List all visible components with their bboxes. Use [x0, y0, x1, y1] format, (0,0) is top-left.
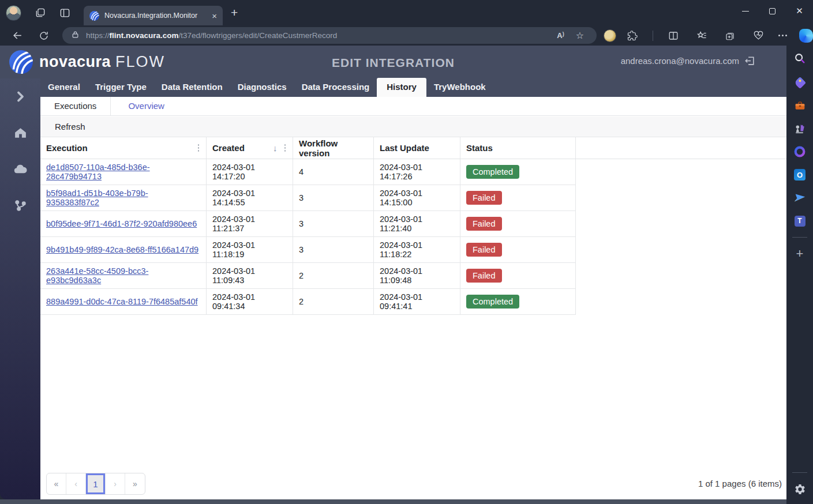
new-tab-icon[interactable]: +	[231, 6, 238, 20]
browser-toolbar: https://flint.novacura.com/t37ed/flowtri…	[0, 25, 813, 46]
first-page-button[interactable]: «	[47, 473, 66, 494]
table-row: b5f98ad1-d51b-403e-b79b-9358383f87c2 202…	[40, 185, 576, 211]
created-cell: 2024-03-01 09:41:34	[207, 289, 293, 314]
expand-chevron-icon[interactable]	[0, 78, 40, 115]
favorite-star-icon[interactable]: ☆	[576, 30, 584, 41]
microsoft365-icon[interactable]	[786, 140, 813, 163]
execution-link[interactable]: b0f95dee-9f71-46d1-87f2-920afd980ee6	[46, 219, 197, 228]
refresh-button[interactable]: Refresh	[55, 122, 85, 131]
split-screen-icon[interactable]	[665, 28, 681, 44]
browser-profile-avatar[interactable]	[6, 5, 21, 21]
back-icon[interactable]	[9, 28, 25, 44]
grid-toolbar: Refresh	[40, 116, 786, 137]
reload-icon[interactable]	[36, 28, 52, 44]
favorites-icon[interactable]	[694, 28, 710, 44]
window-bottom-edge	[0, 499, 786, 504]
window-controls: ✕	[732, 0, 813, 22]
novacura-favicon	[89, 11, 99, 21]
browser-tab[interactable]: Novacura.Integration.Monitor ×	[84, 6, 223, 25]
search-icon[interactable]	[786, 46, 813, 71]
sidebar-divider	[792, 237, 807, 238]
tab-diagnostics[interactable]: Diagnostics	[230, 78, 294, 97]
page-1-button[interactable]: 1	[86, 473, 106, 494]
outlook-icon[interactable]: O	[786, 163, 813, 186]
address-bar[interactable]: https://flint.novacura.com/t37ed/flowtri…	[62, 27, 597, 44]
extension-avatar[interactable]	[604, 29, 616, 42]
sort-desc-icon[interactable]: ↓	[273, 143, 278, 153]
minimize-button[interactable]	[732, 0, 759, 22]
home-icon[interactable]	[0, 115, 40, 151]
status-badge: Failed	[466, 191, 502, 205]
subtab-overview[interactable]: Overview	[118, 97, 175, 115]
tab-actions-icon[interactable]	[58, 6, 72, 20]
more-menu-icon[interactable]	[778, 35, 787, 36]
created-cell: 2024-03-01 14:17:20	[207, 159, 293, 185]
tab-data-processing[interactable]: Data Processing	[294, 78, 377, 97]
settings-gear-icon[interactable]	[786, 477, 813, 501]
workflow-version-cell: 3	[293, 211, 374, 236]
edge-sidebar: O T +	[786, 46, 813, 504]
browser-essentials-icon[interactable]	[750, 28, 766, 44]
subtab-executions[interactable]: Executions	[40, 97, 111, 115]
column-header-workflow-version[interactable]: Workflow version	[293, 137, 374, 159]
browser-titlebar: Novacura.Integration.Monitor × + ✕	[0, 0, 813, 25]
column-header-last-update[interactable]: Last Update	[374, 137, 460, 159]
execution-link[interactable]: 263a441e-58cc-4509-bcc3-e93bc9d63a3c	[46, 266, 200, 285]
status-badge: Completed	[466, 165, 519, 179]
last-update-cell: 2024-03-01 14:15:00	[374, 185, 460, 210]
workspaces-icon[interactable]	[33, 6, 47, 20]
app-header: novacuraFLOW EDIT INTEGRATION andreas.cr…	[0, 46, 786, 78]
column-menu-icon[interactable]	[197, 143, 201, 153]
tab-trywebhook[interactable]: TryWebhook	[426, 78, 493, 97]
last-update-cell: 2024-03-01 11:18:22	[374, 237, 460, 262]
user-email: andreas.crona@novacura.com	[621, 56, 739, 66]
column-header-execution[interactable]: Execution	[40, 137, 207, 159]
pager: « ‹ 1 › »	[46, 473, 145, 495]
pager-info: 1 of 1 pages (6 items)	[698, 472, 782, 495]
last-update-cell: 2024-03-01 09:41:41	[374, 289, 460, 314]
workflow-version-cell: 2	[293, 289, 374, 314]
app-left-sidebar	[0, 78, 40, 499]
shopping-icon[interactable]	[786, 71, 813, 94]
branch-icon[interactable]	[0, 187, 40, 224]
cloud-icon[interactable]	[0, 151, 40, 187]
last-page-button[interactable]: »	[125, 473, 145, 494]
last-update-cell: 2024-03-01 11:09:48	[374, 263, 460, 288]
execution-link[interactable]: b5f98ad1-d51b-403e-b79b-9358383f87c2	[46, 189, 200, 207]
maximize-button[interactable]	[759, 0, 786, 22]
customize-plus-icon[interactable]: +	[786, 242, 813, 265]
workflow-version-cell: 4	[293, 159, 374, 185]
teams-icon[interactable]: T	[786, 209, 813, 232]
column-header-status[interactable]: Status	[460, 137, 576, 159]
status-badge: Failed	[466, 269, 502, 283]
table-row: 889a4991-d0dc-47ca-8119-7f6485af540f 202…	[40, 289, 576, 315]
column-header-created[interactable]: Created ↓	[207, 137, 293, 159]
drop-icon[interactable]	[786, 186, 813, 209]
tab-trigger-type[interactable]: Trigger Type	[88, 78, 154, 97]
url-text[interactable]: https://flint.novacura.com/t37ed/flowtri…	[86, 31, 557, 40]
next-page-button[interactable]: ›	[106, 473, 125, 494]
browser-tab-title: Novacura.Integration.Monitor	[104, 12, 208, 20]
tab-data-retention[interactable]: Data Retention	[154, 78, 230, 97]
workflow-version-cell: 2	[293, 263, 374, 288]
table-row: b0f95dee-9f71-46d1-87f2-920afd980ee6 202…	[40, 211, 576, 237]
column-menu-icon[interactable]	[283, 143, 287, 153]
status-badge: Failed	[466, 217, 502, 231]
tab-general[interactable]: General	[40, 78, 88, 97]
toolbox-icon[interactable]	[786, 94, 813, 117]
extensions-puzzle-icon[interactable]	[624, 28, 640, 44]
read-aloud-icon[interactable]: A)	[557, 31, 564, 40]
execution-link[interactable]: 889a4991-d0dc-47ca-8119-7f6485af540f	[46, 297, 198, 306]
execution-link[interactable]: 9b491b49-9f89-42ca-8e68-ff5166a147d9	[46, 245, 198, 254]
collections-icon[interactable]	[722, 28, 738, 44]
tab-history[interactable]: History	[377, 78, 426, 97]
lock-icon[interactable]	[72, 31, 79, 41]
execution-link[interactable]: de1d8507-110a-485d-b36e-28c479b94713	[46, 163, 200, 181]
copilot-icon[interactable]	[799, 29, 813, 43]
logout-icon[interactable]	[744, 55, 755, 66]
status-badge: Completed	[466, 295, 519, 309]
prev-page-button[interactable]: ‹	[66, 473, 86, 494]
games-icon[interactable]	[786, 117, 813, 140]
close-button[interactable]: ✕	[786, 0, 813, 22]
tab-close-icon[interactable]: ×	[212, 11, 217, 21]
